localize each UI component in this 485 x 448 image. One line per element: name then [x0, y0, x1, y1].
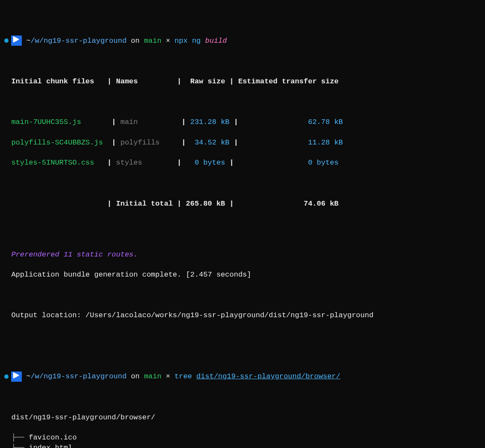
- blank-line: [3, 331, 482, 341]
- build-table-row: main-7UUHC35S.js | main | 231.28 kB | 62…: [3, 117, 482, 127]
- prompt-text: ⯈ ~/w/ng19-ssr-playground on main × npx …: [11, 37, 227, 45]
- tree-root: dist/ng19-ssr-playground/browser/: [3, 413, 482, 423]
- build-table-row: styles-5INURTSO.css | styles | 0 bytes |…: [3, 158, 482, 168]
- tree-line: ├── index.html: [3, 443, 482, 448]
- blank-line: [3, 178, 482, 189]
- prerender-line: Prerendered 11 static routes.: [3, 250, 482, 260]
- blank-line: [3, 290, 482, 301]
- status-dot-icon: [4, 38, 9, 43]
- blank-line: [3, 219, 482, 229]
- tree-line: ├── favicon.ico: [3, 433, 482, 443]
- output-location-line: Output location: /Users/lacolaco/works/n…: [3, 310, 482, 321]
- complete-line: Application bundle generation complete. …: [3, 270, 482, 280]
- tree-listing: ├── favicon.ico ├── index.html ├── main-…: [3, 433, 482, 448]
- prompt-badge-icon: ⯈: [11, 35, 22, 46]
- prompt-text: ⯈ ~/w/ng19-ssr-playground on main × tree…: [11, 372, 340, 380]
- build-table-header: Initial chunk files | Names | Raw size |…: [3, 77, 482, 87]
- build-table-total: | Initial total | 265.80 kB | 74.06 kB: [3, 199, 482, 209]
- build-table-row: polyfills-SC4UBBZS.js | polyfills | 34.5…: [3, 138, 482, 148]
- prompt-badge-icon: ⯈: [11, 371, 22, 382]
- prompt-line-1: ⯈ ~/w/ng19-ssr-playground on main × npx …: [3, 35, 482, 46]
- prompt-line-2: ⯈ ~/w/ng19-ssr-playground on main × tree…: [3, 371, 482, 382]
- status-dot-icon: [4, 374, 9, 379]
- terminal-output[interactable]: ⯈ ~/w/ng19-ssr-playground on main × npx …: [0, 0, 485, 448]
